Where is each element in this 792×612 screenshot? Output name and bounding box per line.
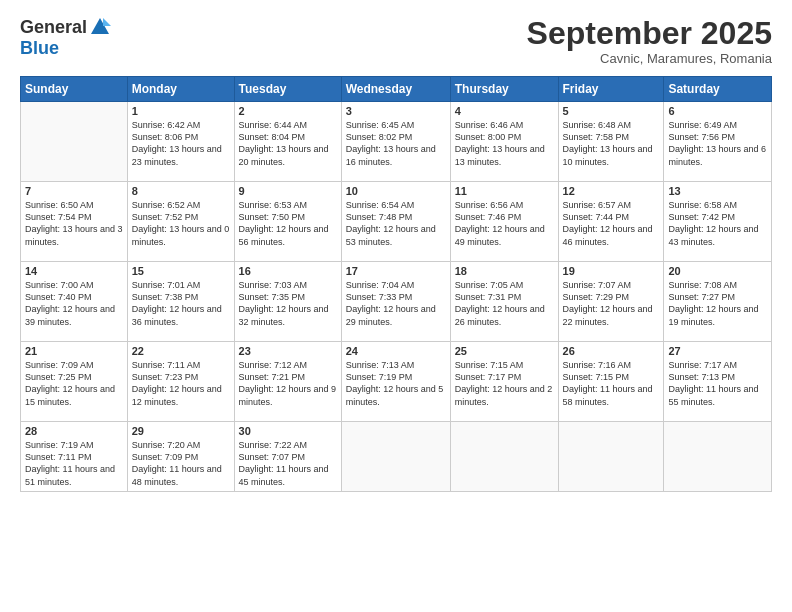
day-info: Sunrise: 7:00 AM Sunset: 7:40 PM Dayligh… <box>25 279 123 328</box>
day-number: 7 <box>25 185 123 197</box>
day-info: Sunrise: 7:22 AM Sunset: 7:07 PM Dayligh… <box>239 439 337 488</box>
day-info: Sunrise: 7:03 AM Sunset: 7:35 PM Dayligh… <box>239 279 337 328</box>
calendar-cell: 15Sunrise: 7:01 AM Sunset: 7:38 PM Dayli… <box>127 262 234 342</box>
calendar-cell: 26Sunrise: 7:16 AM Sunset: 7:15 PM Dayli… <box>558 342 664 422</box>
calendar-cell: 13Sunrise: 6:58 AM Sunset: 7:42 PM Dayli… <box>664 182 772 262</box>
day-number: 30 <box>239 425 337 437</box>
day-number: 2 <box>239 105 337 117</box>
calendar-table: SundayMondayTuesdayWednesdayThursdayFrid… <box>20 76 772 492</box>
day-number: 24 <box>346 345 446 357</box>
day-info: Sunrise: 7:07 AM Sunset: 7:29 PM Dayligh… <box>563 279 660 328</box>
logo: General Blue <box>20 16 111 59</box>
calendar-cell: 24Sunrise: 7:13 AM Sunset: 7:19 PM Dayli… <box>341 342 450 422</box>
calendar-header-saturday: Saturday <box>664 77 772 102</box>
calendar-cell: 20Sunrise: 7:08 AM Sunset: 7:27 PM Dayli… <box>664 262 772 342</box>
calendar-week-1: 7Sunrise: 6:50 AM Sunset: 7:54 PM Daylig… <box>21 182 772 262</box>
calendar-cell: 21Sunrise: 7:09 AM Sunset: 7:25 PM Dayli… <box>21 342 128 422</box>
calendar-header-friday: Friday <box>558 77 664 102</box>
calendar-cell: 16Sunrise: 7:03 AM Sunset: 7:35 PM Dayli… <box>234 262 341 342</box>
calendar-header-monday: Monday <box>127 77 234 102</box>
calendar-header-thursday: Thursday <box>450 77 558 102</box>
calendar-cell <box>21 102 128 182</box>
day-info: Sunrise: 7:20 AM Sunset: 7:09 PM Dayligh… <box>132 439 230 488</box>
calendar-header-tuesday: Tuesday <box>234 77 341 102</box>
day-number: 1 <box>132 105 230 117</box>
day-number: 29 <box>132 425 230 437</box>
day-number: 4 <box>455 105 554 117</box>
day-info: Sunrise: 7:01 AM Sunset: 7:38 PM Dayligh… <box>132 279 230 328</box>
day-info: Sunrise: 6:49 AM Sunset: 7:56 PM Dayligh… <box>668 119 767 168</box>
calendar-cell <box>558 422 664 492</box>
calendar-cell: 30Sunrise: 7:22 AM Sunset: 7:07 PM Dayli… <box>234 422 341 492</box>
day-info: Sunrise: 7:19 AM Sunset: 7:11 PM Dayligh… <box>25 439 123 488</box>
calendar-cell: 18Sunrise: 7:05 AM Sunset: 7:31 PM Dayli… <box>450 262 558 342</box>
calendar-cell: 2Sunrise: 6:44 AM Sunset: 8:04 PM Daylig… <box>234 102 341 182</box>
calendar-cell: 9Sunrise: 6:53 AM Sunset: 7:50 PM Daylig… <box>234 182 341 262</box>
day-number: 15 <box>132 265 230 277</box>
day-info: Sunrise: 6:53 AM Sunset: 7:50 PM Dayligh… <box>239 199 337 248</box>
day-info: Sunrise: 7:08 AM Sunset: 7:27 PM Dayligh… <box>668 279 767 328</box>
calendar-week-4: 28Sunrise: 7:19 AM Sunset: 7:11 PM Dayli… <box>21 422 772 492</box>
day-info: Sunrise: 7:11 AM Sunset: 7:23 PM Dayligh… <box>132 359 230 408</box>
header: General Blue September 2025 Cavnic, Mara… <box>20 16 772 66</box>
day-info: Sunrise: 7:05 AM Sunset: 7:31 PM Dayligh… <box>455 279 554 328</box>
calendar-week-3: 21Sunrise: 7:09 AM Sunset: 7:25 PM Dayli… <box>21 342 772 422</box>
day-number: 28 <box>25 425 123 437</box>
calendar-header-sunday: Sunday <box>21 77 128 102</box>
calendar-cell: 17Sunrise: 7:04 AM Sunset: 7:33 PM Dayli… <box>341 262 450 342</box>
day-info: Sunrise: 6:54 AM Sunset: 7:48 PM Dayligh… <box>346 199 446 248</box>
day-number: 10 <box>346 185 446 197</box>
day-number: 17 <box>346 265 446 277</box>
day-info: Sunrise: 7:09 AM Sunset: 7:25 PM Dayligh… <box>25 359 123 408</box>
day-info: Sunrise: 7:04 AM Sunset: 7:33 PM Dayligh… <box>346 279 446 328</box>
day-info: Sunrise: 7:13 AM Sunset: 7:19 PM Dayligh… <box>346 359 446 408</box>
day-number: 12 <box>563 185 660 197</box>
calendar-cell: 10Sunrise: 6:54 AM Sunset: 7:48 PM Dayli… <box>341 182 450 262</box>
day-number: 9 <box>239 185 337 197</box>
calendar-cell: 4Sunrise: 6:46 AM Sunset: 8:00 PM Daylig… <box>450 102 558 182</box>
day-number: 21 <box>25 345 123 357</box>
month-title: September 2025 <box>527 16 772 51</box>
calendar-cell: 3Sunrise: 6:45 AM Sunset: 8:02 PM Daylig… <box>341 102 450 182</box>
svg-marker-1 <box>103 18 111 26</box>
calendar-cell: 23Sunrise: 7:12 AM Sunset: 7:21 PM Dayli… <box>234 342 341 422</box>
day-info: Sunrise: 7:12 AM Sunset: 7:21 PM Dayligh… <box>239 359 337 408</box>
logo-icon <box>89 16 111 38</box>
day-number: 14 <box>25 265 123 277</box>
day-info: Sunrise: 6:56 AM Sunset: 7:46 PM Dayligh… <box>455 199 554 248</box>
day-number: 26 <box>563 345 660 357</box>
calendar-cell: 7Sunrise: 6:50 AM Sunset: 7:54 PM Daylig… <box>21 182 128 262</box>
day-info: Sunrise: 6:52 AM Sunset: 7:52 PM Dayligh… <box>132 199 230 248</box>
calendar-cell: 12Sunrise: 6:57 AM Sunset: 7:44 PM Dayli… <box>558 182 664 262</box>
title-block: September 2025 Cavnic, Maramures, Romani… <box>527 16 772 66</box>
calendar-week-2: 14Sunrise: 7:00 AM Sunset: 7:40 PM Dayli… <box>21 262 772 342</box>
logo-blue: Blue <box>20 38 59 59</box>
day-info: Sunrise: 6:46 AM Sunset: 8:00 PM Dayligh… <box>455 119 554 168</box>
calendar-cell: 25Sunrise: 7:15 AM Sunset: 7:17 PM Dayli… <box>450 342 558 422</box>
day-info: Sunrise: 6:42 AM Sunset: 8:06 PM Dayligh… <box>132 119 230 168</box>
page: General Blue September 2025 Cavnic, Mara… <box>0 0 792 612</box>
calendar-header-wednesday: Wednesday <box>341 77 450 102</box>
day-number: 18 <box>455 265 554 277</box>
calendar-cell <box>450 422 558 492</box>
day-number: 27 <box>668 345 767 357</box>
calendar-cell: 5Sunrise: 6:48 AM Sunset: 7:58 PM Daylig… <box>558 102 664 182</box>
calendar-cell <box>664 422 772 492</box>
day-info: Sunrise: 6:44 AM Sunset: 8:04 PM Dayligh… <box>239 119 337 168</box>
day-info: Sunrise: 7:17 AM Sunset: 7:13 PM Dayligh… <box>668 359 767 408</box>
calendar-cell: 1Sunrise: 6:42 AM Sunset: 8:06 PM Daylig… <box>127 102 234 182</box>
day-number: 5 <box>563 105 660 117</box>
day-info: Sunrise: 7:15 AM Sunset: 7:17 PM Dayligh… <box>455 359 554 408</box>
day-number: 22 <box>132 345 230 357</box>
day-number: 16 <box>239 265 337 277</box>
logo-general: General <box>20 17 87 38</box>
calendar-cell: 19Sunrise: 7:07 AM Sunset: 7:29 PM Dayli… <box>558 262 664 342</box>
day-info: Sunrise: 6:50 AM Sunset: 7:54 PM Dayligh… <box>25 199 123 248</box>
calendar-cell: 22Sunrise: 7:11 AM Sunset: 7:23 PM Dayli… <box>127 342 234 422</box>
day-info: Sunrise: 6:58 AM Sunset: 7:42 PM Dayligh… <box>668 199 767 248</box>
day-number: 19 <box>563 265 660 277</box>
day-info: Sunrise: 6:48 AM Sunset: 7:58 PM Dayligh… <box>563 119 660 168</box>
day-info: Sunrise: 7:16 AM Sunset: 7:15 PM Dayligh… <box>563 359 660 408</box>
day-number: 13 <box>668 185 767 197</box>
calendar-week-0: 1Sunrise: 6:42 AM Sunset: 8:06 PM Daylig… <box>21 102 772 182</box>
